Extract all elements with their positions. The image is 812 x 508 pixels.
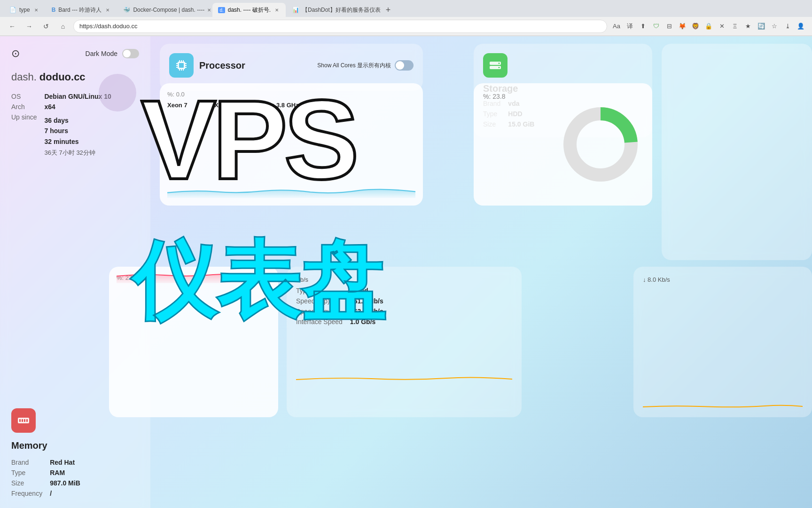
- arch-label: Arch: [11, 103, 37, 111]
- net-sup-label: Speed (Up): [296, 297, 343, 305]
- mem-size-label: Size: [11, 479, 42, 487]
- browser-chrome: 📄 type ✕ B Bard --- 吟游诗人 ✕ 🐳 Docker-Comp…: [0, 0, 812, 36]
- mem-brand-label: Brand: [11, 459, 42, 466]
- favorites-icon[interactable]: ☆: [769, 21, 780, 32]
- tab-label-3: dash. ---- 破折号.: [228, 6, 271, 14]
- svg-rect-2: [22, 419, 23, 422]
- tab-label-4: 【DashDot】好看的服务器仪表: [302, 6, 381, 14]
- back-button[interactable]: ←: [6, 20, 19, 33]
- svg-point-22: [499, 67, 500, 68]
- storage-donut: [558, 102, 643, 187]
- main-content: ⊙ Dark Mode dash. doduo.cc OS Debian GNU…: [0, 36, 812, 508]
- share-icon[interactable]: ⬆: [637, 21, 648, 32]
- tab-0[interactable]: 📄 type ✕: [4, 3, 45, 17]
- tab-1[interactable]: B Bard --- 吟游诗人 ✕: [46, 3, 117, 17]
- net-int-label: Interface Speed: [296, 318, 343, 325]
- toggle-blue-thumb: [396, 61, 404, 70]
- memory-title: Memory: [11, 440, 139, 451]
- mem-brand-value: Red Hat: [50, 459, 139, 466]
- right-net-chart: [643, 287, 803, 411]
- tab-2[interactable]: 🐳 Docker-Compose | dash. ---- ✕: [117, 3, 211, 17]
- uptime-block: 36 days 7 hours 32 minutes 36天 7小时 32分钟: [44, 115, 139, 157]
- bitwarden-icon[interactable]: 🔒: [703, 21, 714, 32]
- shield-icon[interactable]: 🛡: [650, 21, 662, 32]
- tab-favicon-4: 📊: [292, 7, 299, 13]
- memory-icon-box: [11, 408, 36, 433]
- brave-icon[interactable]: 🦁: [690, 21, 701, 32]
- tab-favicon-2: 🐳: [123, 7, 130, 13]
- mem-freq-value: /: [50, 490, 139, 497]
- show-cores-toggle[interactable]: [395, 60, 414, 71]
- cpu-freq-label: Freq: 3.8 GHz: [260, 102, 299, 109]
- tab-4[interactable]: 📊 【DashDot】好看的服务器仪表 ✕: [287, 3, 381, 17]
- svg-rect-4: [26, 419, 28, 422]
- network-card: Kb/s Type Wired Speed (Up) 861.6 Mb/s Sp…: [287, 267, 522, 417]
- mem-type-value: RAM: [50, 469, 139, 476]
- mem-type-label: Type: [11, 469, 42, 476]
- home-button[interactable]: ⌂: [56, 20, 70, 33]
- svg-rect-6: [179, 63, 184, 68]
- download-icon[interactable]: ⤓: [782, 21, 793, 32]
- memory-info: Brand Red Hat Type RAM Size 987.0 MiB Fr…: [11, 459, 139, 497]
- uptime-label: Up since: [11, 113, 37, 157]
- tab-favicon-1: B: [52, 7, 56, 13]
- cpu-icon-box: [169, 53, 194, 78]
- reader-icon[interactable]: Aa: [611, 21, 622, 32]
- new-tab-button[interactable]: +: [382, 3, 395, 16]
- tab-close-3[interactable]: ✕: [273, 7, 280, 13]
- tab-3[interactable]: d. dash. ---- 破折号. ✕: [212, 3, 286, 17]
- net-sdown-value: 563.1 Mb/s: [350, 308, 512, 315]
- tab-label-2: Docker-Compose | dash. ----: [133, 7, 204, 13]
- net-type-label: Type: [296, 287, 343, 294]
- uptime-minutes: 32 minutes: [44, 136, 139, 147]
- github-icon[interactable]: ⊙: [11, 48, 20, 60]
- cpu-brand: Xeon 7: [167, 102, 187, 109]
- cpu-card-header: Processor Show All Cores 显示所有内核: [169, 53, 414, 78]
- ext3-icon[interactable]: ★: [742, 21, 754, 32]
- storage-percent: %: 23.8: [483, 93, 505, 100]
- avatar: [99, 74, 136, 111]
- svg-rect-1: [19, 419, 21, 422]
- tab-close-0[interactable]: ✕: [33, 7, 39, 13]
- firefox-icon[interactable]: 🦊: [677, 21, 688, 32]
- tab-close-2[interactable]: ✕: [207, 7, 211, 13]
- net-type-value: Wired: [350, 287, 512, 294]
- right-net-card: ↓ 8.0 Kb/s: [633, 267, 812, 417]
- reload-button[interactable]: ↺: [39, 20, 53, 33]
- net-sup-value: 861.6 Mb/s: [350, 297, 512, 305]
- tab-favicon-0: 📄: [9, 7, 16, 13]
- storage-donut-card: %: 23.8: [474, 83, 652, 206]
- svg-rect-3: [24, 419, 25, 422]
- uptime-days: 36 days: [44, 115, 139, 126]
- tab-bar: 📄 type ✕ B Bard --- 吟游诗人 ✕ 🐳 Docker-Comp…: [0, 0, 812, 17]
- extension2-icon[interactable]: Ξ: [729, 21, 741, 32]
- tab-favicon-3: d.: [218, 7, 225, 13]
- cpu-title: Processor: [199, 60, 245, 71]
- forward-button[interactable]: →: [23, 20, 36, 33]
- show-cores-label: Show All Cores 显示所有内核: [317, 62, 391, 70]
- profile-icon[interactable]: 👤: [795, 21, 806, 32]
- url-text: https://dash.doduo.cc: [79, 23, 138, 30]
- nav-bar: ← → ↺ ⌂ https://dash.doduo.cc Aa 译 ⬆ 🛡 ⊟…: [0, 17, 812, 36]
- tab-label-1: Bard --- 吟游诗人: [58, 6, 102, 14]
- toggle-thumb: [123, 50, 131, 57]
- sidebar-header: ⊙ Dark Mode: [11, 48, 139, 60]
- cpu-cores-label: Cores: 2: [228, 102, 251, 109]
- refresh-icon[interactable]: 🔄: [756, 21, 767, 32]
- dark-mode-label: Dark Mode: [86, 50, 117, 57]
- uptime-hours: 7 hours: [44, 126, 139, 136]
- translate-icon[interactable]: 译: [624, 21, 635, 32]
- svg-point-21: [499, 63, 500, 64]
- os-label: OS: [11, 93, 37, 100]
- network-chart: [296, 325, 512, 384]
- extension-icon[interactable]: ⊟: [664, 21, 675, 32]
- show-cores-row: Show All Cores 显示所有内核: [317, 60, 414, 71]
- net-speed-top: Kb/s: [296, 276, 512, 283]
- tab-close-1[interactable]: ✕: [104, 7, 111, 13]
- dark-mode-toggle[interactable]: [122, 49, 139, 58]
- site-prefix: dash.: [11, 71, 37, 83]
- close-icon[interactable]: ✕: [716, 21, 727, 32]
- storage-icon-box: [483, 53, 508, 78]
- address-bar[interactable]: https://dash.doduo.cc: [73, 20, 607, 33]
- mem-freq-label: Frequency: [11, 490, 42, 497]
